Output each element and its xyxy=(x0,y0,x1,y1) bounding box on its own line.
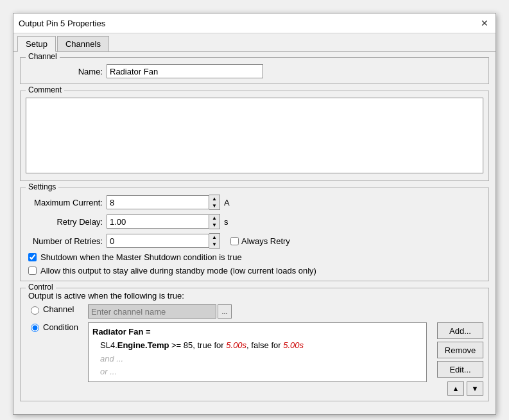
tab-setup[interactable]: Setup xyxy=(17,36,56,52)
condition-radio-row: Condition Radiator Fan = SL4.Engine.Temp… xyxy=(26,322,483,396)
content-area: Channel Name: Comment Settings Maximum C… xyxy=(13,52,496,414)
settings-group: Settings Maximum Current: ▲ ▼ A Retry De… xyxy=(20,188,489,281)
num-retries-row: Number of Retries: ▲ ▼ Always Retry xyxy=(26,233,483,249)
channel-radio-row: Channel ... xyxy=(26,304,483,319)
retry-delay-input[interactable] xyxy=(107,214,209,229)
name-input[interactable] xyxy=(107,64,263,78)
condition-or-line: or ... xyxy=(92,365,422,379)
max-current-up-btn[interactable]: ▲ xyxy=(209,195,220,202)
shutdown-label: Shutdown when the Master Shutdown condit… xyxy=(40,252,242,262)
action-buttons: Add... Remove Edit... xyxy=(437,322,483,378)
channel-name-input[interactable] xyxy=(88,304,216,319)
standby-row: Allow this output to stay alive during s… xyxy=(26,266,483,276)
condition-control-area: Radiator Fan = SL4.Engine.Temp >= 85, tr… xyxy=(88,322,483,396)
add-button[interactable]: Add... xyxy=(437,322,483,339)
condition-false-val: 5.00s xyxy=(283,340,304,350)
condition-or-keyword: or ... xyxy=(100,367,117,376)
control-group-label: Control xyxy=(26,283,56,292)
retry-delay-label: Retry Delay: xyxy=(26,217,103,227)
comment-group: Comment xyxy=(20,91,489,181)
comment-group-label: Comment xyxy=(26,85,64,94)
comment-textarea[interactable] xyxy=(26,98,483,173)
always-retry-label: Always Retry xyxy=(241,236,290,246)
always-retry-checkbox[interactable] xyxy=(230,237,239,245)
max-current-spinner-btns: ▲ ▼ xyxy=(209,195,220,210)
condition-expr-channel: SL4. xyxy=(100,340,117,350)
retry-delay-row: Retry Delay: ▲ ▼ s xyxy=(26,214,483,229)
max-current-label: Maximum Current: xyxy=(26,198,103,207)
name-row: Name: xyxy=(26,64,483,78)
output-active-text: Output is active when the following is t… xyxy=(26,291,483,301)
close-button[interactable]: ✕ xyxy=(479,17,490,29)
tab-channels[interactable]: Channels xyxy=(57,36,109,51)
standby-checkbox[interactable] xyxy=(28,267,37,275)
title-bar: Output Pin 5 Properties ✕ xyxy=(13,13,496,33)
num-retries-down-btn[interactable]: ▼ xyxy=(209,241,220,248)
condition-and-keyword: and ... xyxy=(100,354,123,363)
condition-expr-bold: Engine.Temp xyxy=(117,340,169,350)
remove-button[interactable]: Remove xyxy=(437,342,483,358)
shutdown-row: Shutdown when the Master Shutdown condit… xyxy=(26,252,483,262)
max-current-input[interactable] xyxy=(107,195,209,209)
condition-expr-line: SL4.Engine.Temp >= 85, true for 5.00s, f… xyxy=(92,339,422,353)
main-window: Output Pin 5 Properties ✕ Setup Channels… xyxy=(13,13,496,415)
window-title: Output Pin 5 Properties xyxy=(19,19,105,28)
condition-box: Radiator Fan = SL4.Engine.Temp >= 85, tr… xyxy=(88,322,427,382)
num-retries-label: Number of Retries: xyxy=(26,236,103,246)
condition-radio[interactable] xyxy=(31,324,39,332)
num-retries-spinner-btns: ▲ ▼ xyxy=(209,233,220,249)
condition-and-line: and ... xyxy=(92,353,422,366)
retry-delay-unit: s xyxy=(224,217,229,227)
retry-delay-up-btn[interactable]: ▲ xyxy=(209,214,220,222)
move-down-button[interactable]: ▼ xyxy=(467,381,483,396)
condition-radio-label: Condition xyxy=(43,322,88,332)
max-current-row: Maximum Current: ▲ ▼ A xyxy=(26,195,483,210)
retry-delay-spinner: ▲ ▼ xyxy=(107,214,220,229)
num-retries-up-btn[interactable]: ▲ xyxy=(209,234,220,241)
max-current-spinner: ▲ ▼ xyxy=(107,195,220,210)
control-group: Control Output is active when the follow… xyxy=(20,288,489,401)
shutdown-checkbox[interactable] xyxy=(28,253,37,261)
condition-name: Radiator Fan = xyxy=(92,327,151,337)
max-current-down-btn[interactable]: ▼ xyxy=(209,202,220,209)
move-up-button[interactable]: ▲ xyxy=(447,381,464,396)
channel-radio-label: Channel xyxy=(43,304,88,314)
retry-delay-down-btn[interactable]: ▼ xyxy=(209,222,220,229)
standby-label: Allow this output to stay alive during s… xyxy=(40,266,316,276)
channel-group-label: Channel xyxy=(26,52,60,61)
num-retries-spinner: ▲ ▼ xyxy=(107,233,220,249)
name-label: Name: xyxy=(26,67,103,76)
edit-button[interactable]: Edit... xyxy=(437,361,483,378)
channel-browse-btn[interactable]: ... xyxy=(218,304,232,319)
channel-radio[interactable] xyxy=(31,306,39,315)
condition-true-val: 5.00s xyxy=(226,340,246,350)
num-retries-input[interactable] xyxy=(107,234,209,248)
channel-group: Channel Name: xyxy=(20,57,489,84)
tab-bar: Setup Channels xyxy=(13,33,496,52)
settings-group-label: Settings xyxy=(26,182,58,191)
condition-name-line: Radiator Fan = xyxy=(92,326,422,339)
max-current-unit: A xyxy=(224,198,230,207)
condition-expr-op: >= 85, true for xyxy=(169,340,226,350)
retry-delay-spinner-btns: ▲ ▼ xyxy=(209,214,220,229)
condition-false-text: , false for xyxy=(246,340,283,350)
